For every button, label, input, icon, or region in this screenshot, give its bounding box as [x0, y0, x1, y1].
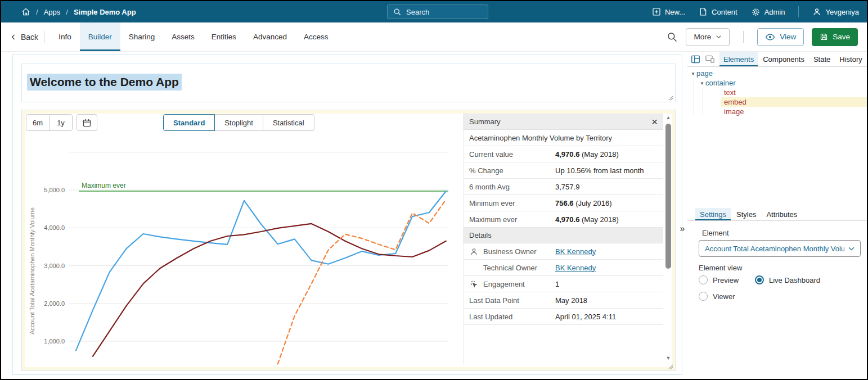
tree-item-container[interactable]: ▾container — [687, 78, 868, 88]
y-tick-label: 1,000.0 — [44, 338, 65, 345]
view-button[interactable]: View — [757, 28, 804, 46]
settings-tab-attributes[interactable]: Attributes — [762, 208, 802, 220]
detail-row-value: May 2018 — [555, 296, 587, 305]
scroll-up-icon[interactable]: ▲ — [665, 115, 672, 120]
content-icon — [699, 7, 708, 16]
devices-icon[interactable] — [705, 54, 715, 64]
detail-row-label: Last Data Point — [469, 296, 555, 305]
summary-header: Summary × — [464, 114, 663, 130]
resize-handle-icon[interactable] — [668, 96, 673, 101]
tab-entities[interactable]: Entities — [203, 22, 245, 51]
topbar-divider — [798, 6, 799, 17]
settings-tab-styles[interactable]: Styles — [732, 208, 761, 220]
radio-selected-icon[interactable] — [755, 275, 764, 284]
radio-preview[interactable]: Preview — [699, 275, 755, 284]
tab-builder[interactable]: Builder — [80, 22, 120, 51]
detail-row-value: April 01, 2025 4:11 — [555, 313, 616, 321]
tab-advanced[interactable]: Advanced — [245, 22, 295, 51]
breadcrumb-apps[interactable]: Apps — [44, 8, 61, 16]
more-label: More — [694, 33, 711, 41]
new-label: New... — [665, 8, 685, 16]
close-icon[interactable]: × — [651, 116, 658, 127]
content-button[interactable]: Content — [699, 7, 737, 16]
view-label: View — [780, 33, 796, 41]
radio-label: Viewer — [713, 292, 735, 301]
tree-item-label: image — [724, 107, 744, 116]
search-icon[interactable] — [667, 31, 678, 43]
settings-divider — [687, 220, 868, 221]
caret-down-icon[interactable]: ▾ — [699, 80, 705, 86]
owner-link[interactable]: BK Kennedy — [555, 264, 596, 272]
tree-item-label: text — [724, 88, 736, 97]
settings-tab-settings[interactable]: Settings — [695, 208, 731, 220]
tree-item-page[interactable]: ▾page — [687, 69, 868, 78]
mode-button-standard[interactable]: Standard — [163, 114, 215, 131]
top-navigation-bar: / Apps / Simple Demo App Search New... C… — [1, 1, 867, 22]
user-name: Yevgeniya — [825, 8, 859, 16]
chevron-down-icon — [716, 34, 722, 40]
save-button[interactable]: Save — [812, 28, 858, 46]
embed-element[interactable]: 6m1y StandardStoplightStatistical 1,000.… — [21, 110, 676, 371]
person-icon — [469, 247, 479, 256]
summary-scrollbar[interactable]: ▲ ▼ — [665, 115, 672, 361]
settings-tabs: SettingsStylesAttributes — [695, 208, 802, 220]
element-tree: ▾page▾containertextembedimage — [687, 69, 868, 116]
detail-row-value: 1 — [555, 280, 559, 288]
summary-row-current-value: Current value4,970.6 (May 2018) — [464, 146, 663, 162]
summary-panel: Summary × Acetaminophen Monthly Volume b… — [463, 114, 663, 364]
owner-link[interactable]: BK Kennedy — [555, 247, 596, 256]
admin-button[interactable]: Admin — [751, 7, 785, 17]
radio-viewer[interactable]: Viewer — [699, 292, 755, 301]
y-tick-label: 3,000.0 — [44, 263, 65, 269]
app-tabs: InfoBuilderSharingAssetsEntitiesAdvanced… — [50, 22, 336, 51]
home-icon[interactable] — [21, 7, 30, 16]
inspector-tab-state[interactable]: State — [809, 52, 834, 66]
builder-toolbar: Back InfoBuilderSharingAssetsEntitiesAdv… — [1, 22, 867, 52]
radio-unselected-icon[interactable] — [699, 292, 708, 301]
more-button[interactable]: More — [686, 28, 730, 46]
inspector-tab-history[interactable]: History — [835, 52, 866, 66]
page-title[interactable]: Welcome to the Demo App — [27, 74, 182, 91]
tab-sharing[interactable]: Sharing — [120, 22, 164, 51]
tab-access[interactable]: Access — [295, 22, 337, 51]
new-button[interactable]: New... — [652, 7, 685, 16]
person-icon — [812, 7, 821, 16]
user-menu[interactable]: Yevgeniya — [812, 7, 859, 16]
details-header: Details — [464, 228, 663, 243]
back-label: Back — [21, 33, 38, 42]
tree-item-label: container — [705, 79, 735, 87]
scrollbar-thumb[interactable] — [665, 124, 671, 269]
detail-row-technical-owner: Technical OwnerBK Kennedy — [464, 260, 663, 276]
scroll-down-icon[interactable]: ▼ — [665, 355, 672, 361]
tree-item-embed[interactable]: embed — [687, 97, 868, 107]
global-search-input[interactable]: Search — [387, 4, 488, 19]
summary-row-value: Up 10.56% from last month — [555, 166, 644, 175]
detail-row-label: Engagement — [469, 280, 555, 288]
search-placeholder: Search — [406, 8, 429, 16]
inspector-tab-elements[interactable]: Elements — [719, 52, 758, 66]
detail-row-engagement: Engagement1 — [464, 276, 663, 292]
tree-item-image[interactable]: image — [687, 107, 868, 116]
new-icon — [652, 7, 661, 16]
resize-handle-icon[interactable] — [668, 364, 673, 369]
toolbar-actions: More View Save — [667, 22, 858, 51]
inspector-tab-components[interactable]: Components — [759, 52, 808, 66]
detail-row-last-data-point: Last Data PointMay 2018 — [464, 292, 663, 309]
tree-item-text[interactable]: text — [687, 88, 868, 97]
text-element[interactable]: Welcome to the Demo App — [21, 64, 676, 102]
element-select[interactable]: Account Total Acetaminophen Monthly Volu… — [699, 240, 861, 257]
tab-assets[interactable]: Assets — [163, 22, 203, 51]
collapse-panel-icon[interactable]: » — [677, 223, 688, 235]
back-button[interactable]: Back — [10, 22, 38, 51]
detail-rows: Business OwnerBK KennedyTechnical OwnerB… — [464, 243, 663, 325]
radio-live-dashboard[interactable]: Live Dashboard — [755, 275, 845, 284]
radio-unselected-icon[interactable] — [699, 275, 708, 284]
y-tick-label: 4,000.0 — [44, 224, 65, 231]
eye-icon — [765, 32, 775, 42]
detail-row-label: Last Updated — [469, 313, 555, 321]
tab-info[interactable]: Info — [50, 22, 80, 51]
layout-icon[interactable] — [691, 55, 700, 64]
caret-down-icon[interactable]: ▾ — [690, 71, 696, 76]
summary-row-minimum-ever: Minimum ever756.6 (July 2016) — [464, 195, 663, 211]
topbar-actions: New... Content Admin Yevgeniya — [652, 1, 859, 22]
